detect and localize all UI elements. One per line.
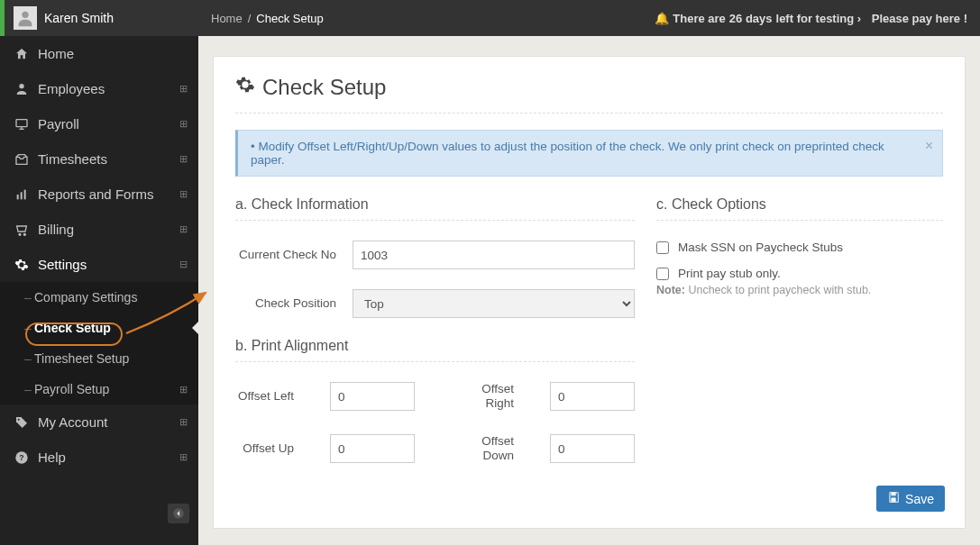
breadcrumb-sep: / bbox=[248, 12, 252, 25]
section-c-title: c. Check Options bbox=[656, 196, 943, 221]
nav-billing[interactable]: Billing ⊞ bbox=[0, 212, 198, 247]
sidebar-collapse-row bbox=[0, 500, 198, 527]
expand-icon: ⊞ bbox=[179, 83, 188, 95]
nav-timesheets[interactable]: Timesheets ⊞ bbox=[0, 141, 198, 177]
nav-settings-check[interactable]: –Check Setup bbox=[0, 313, 198, 343]
chart-icon bbox=[11, 187, 32, 202]
svg-rect-4 bbox=[21, 192, 23, 199]
nav-settings-payroll[interactable]: –Payroll Setup⊞ bbox=[0, 374, 198, 404]
save-icon bbox=[887, 491, 900, 506]
nav-settings-timesheet[interactable]: –Timesheet Setup bbox=[0, 343, 198, 374]
sidebar-collapse-button[interactable] bbox=[168, 504, 189, 523]
expand-icon: ⊞ bbox=[179, 384, 188, 395]
nav-reports[interactable]: Reports and Forms ⊞ bbox=[0, 177, 198, 212]
offset-down-label: Offset Down bbox=[451, 434, 514, 462]
trial-alert[interactable]: 🔔 There are 26 days left for testing › P… bbox=[655, 12, 967, 25]
main-panel: Check Setup • Modify Offset Left/Right/U… bbox=[213, 56, 966, 529]
offset-left-label: Offset Left bbox=[235, 389, 294, 404]
trial-alert-pay[interactable]: Please pay here ! bbox=[872, 12, 967, 25]
section-a-title: a. Check Information bbox=[235, 196, 635, 221]
trial-alert-post: left for testing › bbox=[776, 12, 862, 25]
tags-icon bbox=[11, 415, 32, 430]
offset-up-input[interactable] bbox=[330, 434, 415, 463]
svg-point-0 bbox=[22, 12, 28, 18]
save-button[interactable]: Save bbox=[876, 486, 945, 512]
offset-right-label: Offset Right bbox=[451, 382, 514, 410]
cart-icon bbox=[11, 223, 32, 237]
nav-label: My Account bbox=[38, 414, 179, 430]
nav-label: Billing bbox=[38, 222, 179, 237]
bell-icon: 🔔 bbox=[655, 12, 669, 25]
expand-icon: ⊞ bbox=[179, 188, 188, 200]
user-name: Karen Smith bbox=[44, 11, 114, 25]
page-title: Check Setup bbox=[235, 75, 943, 114]
nav-settings-company[interactable]: –Company Settings bbox=[0, 282, 198, 313]
svg-rect-2 bbox=[16, 119, 27, 126]
breadcrumb: Home / Check Setup bbox=[211, 12, 324, 25]
section-b-title: b. Print Alignment bbox=[235, 338, 635, 362]
check-position-select[interactable]: Top bbox=[353, 289, 635, 318]
page-title-a: Check bbox=[262, 75, 324, 99]
svg-point-6 bbox=[19, 233, 21, 235]
sidebar: Karen Smith Home Employees ⊞ Payroll ⊞ T… bbox=[0, 0, 198, 545]
expand-icon: ⊞ bbox=[179, 118, 188, 130]
offset-down-input[interactable] bbox=[550, 434, 635, 463]
svg-rect-14 bbox=[892, 498, 896, 502]
svg-rect-5 bbox=[24, 189, 26, 199]
print-stub-label: Print pay stub only. bbox=[678, 267, 781, 280]
home-icon bbox=[11, 47, 32, 61]
save-button-label: Save bbox=[905, 492, 934, 506]
svg-rect-3 bbox=[17, 195, 19, 199]
note-strong: Note: bbox=[656, 284, 685, 296]
trial-alert-pre: There are bbox=[673, 12, 726, 25]
nav-label: Employees bbox=[38, 81, 179, 96]
nav-settings[interactable]: Settings ⊟ bbox=[0, 247, 198, 282]
nav-help[interactable]: ? Help ⊞ bbox=[0, 440, 198, 475]
person-icon bbox=[11, 82, 32, 96]
check-position-label: Check Position bbox=[235, 296, 353, 311]
current-check-no-label: Current Check No bbox=[235, 248, 353, 262]
expand-icon: ⊞ bbox=[179, 153, 188, 165]
offset-right-input[interactable] bbox=[550, 382, 635, 411]
page-title-b: Setup bbox=[330, 75, 387, 99]
settings-submenu: –Company Settings –Check Setup –Timeshee… bbox=[0, 282, 198, 404]
nav-label: Settings bbox=[38, 257, 179, 272]
topbar: Home / Check Setup 🔔 There are 26 days l… bbox=[198, 0, 980, 36]
nav-label: Timesheets bbox=[38, 151, 179, 167]
svg-text:?: ? bbox=[19, 453, 23, 462]
mask-ssn-checkbox[interactable] bbox=[656, 241, 669, 254]
note-text: Uncheck to print paycheck with stub. bbox=[685, 284, 871, 296]
expand-icon: ⊞ bbox=[179, 451, 188, 463]
nav-label: Reports and Forms bbox=[38, 186, 179, 202]
avatar bbox=[14, 6, 37, 30]
close-icon[interactable]: × bbox=[925, 138, 933, 154]
mask-ssn-label: Mask SSN on Paycheck Stubs bbox=[678, 241, 843, 254]
offset-left-input[interactable] bbox=[330, 382, 415, 411]
inbox-icon bbox=[11, 152, 32, 167]
info-alert-text: Modify Offset Left/Right/Up/Down values … bbox=[251, 140, 884, 167]
nav-sub-label: Timesheet Setup bbox=[34, 351, 188, 366]
svg-point-8 bbox=[18, 418, 20, 420]
svg-point-7 bbox=[23, 233, 25, 235]
info-alert: • Modify Offset Left/Right/Up/Down value… bbox=[235, 130, 943, 177]
nav-sub-label: Company Settings bbox=[34, 290, 188, 304]
svg-rect-13 bbox=[892, 493, 896, 495]
nav-sub-label: Check Setup bbox=[34, 321, 188, 335]
svg-point-1 bbox=[19, 84, 23, 88]
print-stub-checkbox[interactable] bbox=[656, 268, 669, 280]
nav-label: Home bbox=[38, 46, 188, 61]
breadcrumb-home[interactable]: Home bbox=[211, 12, 243, 25]
nav-payroll[interactable]: Payroll ⊞ bbox=[0, 106, 198, 141]
gear-icon bbox=[11, 258, 32, 272]
current-check-no-input[interactable] bbox=[353, 241, 635, 269]
nav-my-account[interactable]: My Account ⊞ bbox=[0, 404, 198, 440]
nav: Home Employees ⊞ Payroll ⊞ Timesheets ⊞ … bbox=[0, 36, 198, 475]
breadcrumb-current: Check Setup bbox=[256, 12, 323, 25]
nav-employees[interactable]: Employees ⊞ bbox=[0, 71, 198, 106]
gear-icon bbox=[235, 75, 255, 100]
user-bar[interactable]: Karen Smith bbox=[0, 0, 198, 36]
note-line: Note: Uncheck to print paycheck with stu… bbox=[656, 284, 943, 296]
monitor-icon bbox=[11, 117, 32, 132]
nav-label: Payroll bbox=[38, 116, 179, 132]
nav-home[interactable]: Home bbox=[0, 36, 198, 71]
